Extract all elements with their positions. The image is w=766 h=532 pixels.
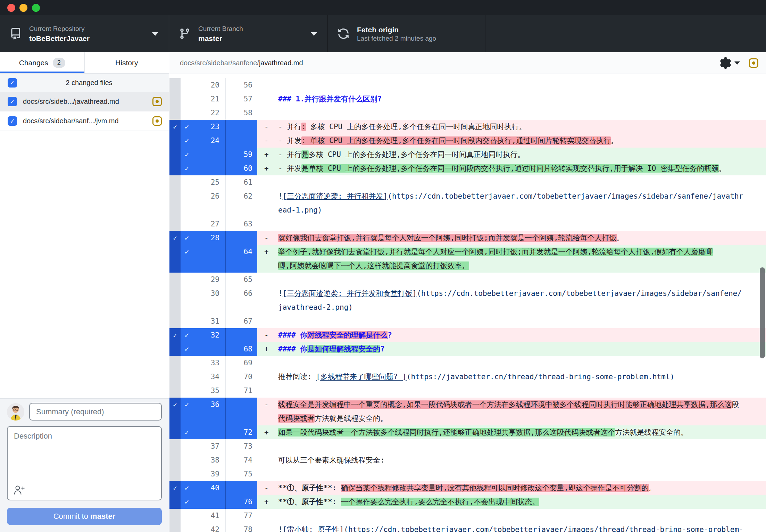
hunk-handle[interactable] <box>169 245 181 273</box>
hunk-handle[interactable] <box>169 161 181 175</box>
hunk-handle[interactable]: ✓ <box>169 328 181 342</box>
hunk-handle[interactable] <box>169 92 181 106</box>
minimize-window-button[interactable] <box>19 4 27 12</box>
new-line-number[interactable]: 62 <box>226 189 257 217</box>
old-line-number[interactable]: 30 <box>181 286 226 314</box>
zoom-window-button[interactable] <box>32 4 40 12</box>
new-line-number[interactable]: 69 <box>226 356 257 370</box>
new-line-number[interactable]: 72 <box>226 425 257 439</box>
new-line-number[interactable]: 56 <box>226 78 257 92</box>
old-line-number[interactable]: ✓23 <box>181 120 226 134</box>
new-line-number[interactable]: 74 <box>226 453 257 467</box>
old-line-number[interactable]: ✓24 <box>181 134 226 148</box>
old-line-number[interactable]: ✓ <box>181 425 226 439</box>
old-line-number[interactable]: ✓ <box>181 161 226 175</box>
hunk-handle[interactable] <box>169 286 181 314</box>
old-line-number[interactable]: ✓28 <box>181 231 226 245</box>
old-line-number[interactable]: 37 <box>181 439 226 453</box>
new-line-number[interactable]: 67 <box>226 314 257 328</box>
new-line-number[interactable]: 78 <box>226 523 257 532</box>
new-line-number[interactable]: 58 <box>226 106 257 120</box>
new-line-number[interactable]: 63 <box>226 217 257 231</box>
new-line-number[interactable]: 60 <box>226 161 257 175</box>
hunk-handle[interactable] <box>169 148 181 161</box>
hunk-handle[interactable] <box>169 314 181 328</box>
new-line-number[interactable]: 61 <box>226 175 257 189</box>
old-line-number[interactable]: ✓ <box>181 245 226 273</box>
hunk-handle[interactable] <box>169 217 181 231</box>
tab-history[interactable]: History <box>84 52 169 73</box>
old-line-number[interactable]: ✓36 <box>181 398 226 425</box>
hunk-handle[interactable]: ✓ <box>169 231 181 245</box>
hunk-handle[interactable] <box>169 509 181 523</box>
hunk-handle[interactable]: ✓ <box>169 398 181 425</box>
old-line-number[interactable]: ✓ <box>181 495 226 509</box>
new-line-number[interactable]: 68 <box>226 342 257 356</box>
file-row[interactable]: ✓docs/src/sidebar/sanf.../jvm.md <box>0 111 169 131</box>
new-line-number[interactable]: 75 <box>226 467 257 481</box>
close-window-button[interactable] <box>7 4 15 12</box>
commit-summary-input[interactable] <box>29 403 162 421</box>
diff-options-button[interactable] <box>720 57 740 69</box>
hunk-handle[interactable] <box>169 134 181 148</box>
old-line-number[interactable]: 20 <box>181 78 226 92</box>
new-line-number[interactable]: 70 <box>226 370 257 384</box>
old-line-number[interactable]: ✓ <box>181 148 226 161</box>
new-line-number[interactable]: 65 <box>226 273 257 286</box>
hunk-handle[interactable] <box>169 106 181 120</box>
new-line-number[interactable] <box>226 481 257 495</box>
hunk-handle[interactable] <box>169 439 181 453</box>
old-line-number[interactable]: 22 <box>181 106 226 120</box>
new-line-number[interactable]: 71 <box>226 384 257 398</box>
old-line-number[interactable]: 41 <box>181 509 226 523</box>
hunk-handle[interactable] <box>169 384 181 398</box>
old-line-number[interactable]: 42 <box>181 523 226 532</box>
hunk-handle[interactable] <box>169 356 181 370</box>
new-line-number[interactable] <box>226 328 257 342</box>
old-line-number[interactable]: 34 <box>181 370 226 384</box>
old-line-number[interactable]: 29 <box>181 273 226 286</box>
hunk-handle[interactable] <box>169 78 181 92</box>
new-line-number[interactable]: 66 <box>226 286 257 314</box>
old-line-number[interactable]: 33 <box>181 356 226 370</box>
select-all-checkbox[interactable]: ✓ <box>8 78 17 88</box>
old-line-number[interactable]: 38 <box>181 453 226 467</box>
new-line-number[interactable]: 76 <box>226 495 257 509</box>
file-include-checkbox[interactable]: ✓ <box>8 116 17 126</box>
hunk-handle[interactable]: ✓ <box>169 120 181 134</box>
current-repository-dropdown[interactable]: Current Repository toBeBetterJavaer <box>0 15 169 52</box>
new-line-number[interactable] <box>226 134 257 148</box>
old-line-number[interactable]: ✓40 <box>181 481 226 495</box>
new-line-number[interactable]: 77 <box>226 509 257 523</box>
hunk-handle[interactable] <box>169 175 181 189</box>
new-line-number[interactable]: 59 <box>226 148 257 161</box>
old-line-number[interactable]: 39 <box>181 467 226 481</box>
tab-changes[interactable]: Changes 2 <box>0 52 84 73</box>
hunk-handle[interactable]: ✓ <box>169 481 181 495</box>
old-line-number[interactable]: 35 <box>181 384 226 398</box>
hunk-handle[interactable] <box>169 523 181 532</box>
commit-description-input[interactable] <box>8 427 161 482</box>
hunk-handle[interactable] <box>169 467 181 481</box>
new-line-number[interactable] <box>226 231 257 245</box>
current-branch-dropdown[interactable]: Current Branch master <box>169 15 328 52</box>
hunk-handle[interactable] <box>169 189 181 217</box>
commit-to-master-button[interactable]: Commit to master <box>7 508 162 525</box>
vertical-scrollbar-thumb[interactable] <box>760 267 765 358</box>
new-line-number[interactable]: 64 <box>226 245 257 273</box>
hunk-handle[interactable] <box>169 425 181 439</box>
new-line-number[interactable] <box>226 398 257 425</box>
hunk-handle[interactable] <box>169 273 181 286</box>
old-line-number[interactable]: 21 <box>181 92 226 106</box>
old-line-number[interactable]: 25 <box>181 175 226 189</box>
old-line-number[interactable]: 26 <box>181 189 226 217</box>
fetch-origin-button[interactable]: Fetch origin Last fetched 2 minutes ago <box>328 15 485 52</box>
old-line-number[interactable]: 27 <box>181 217 226 231</box>
new-line-number[interactable] <box>226 120 257 134</box>
new-line-number[interactable]: 57 <box>226 92 257 106</box>
file-include-checkbox[interactable]: ✓ <box>8 97 17 106</box>
old-line-number[interactable]: 31 <box>181 314 226 328</box>
hunk-handle[interactable] <box>169 495 181 509</box>
old-line-number[interactable]: ✓32 <box>181 328 226 342</box>
add-coauthor-icon[interactable] <box>13 484 25 496</box>
